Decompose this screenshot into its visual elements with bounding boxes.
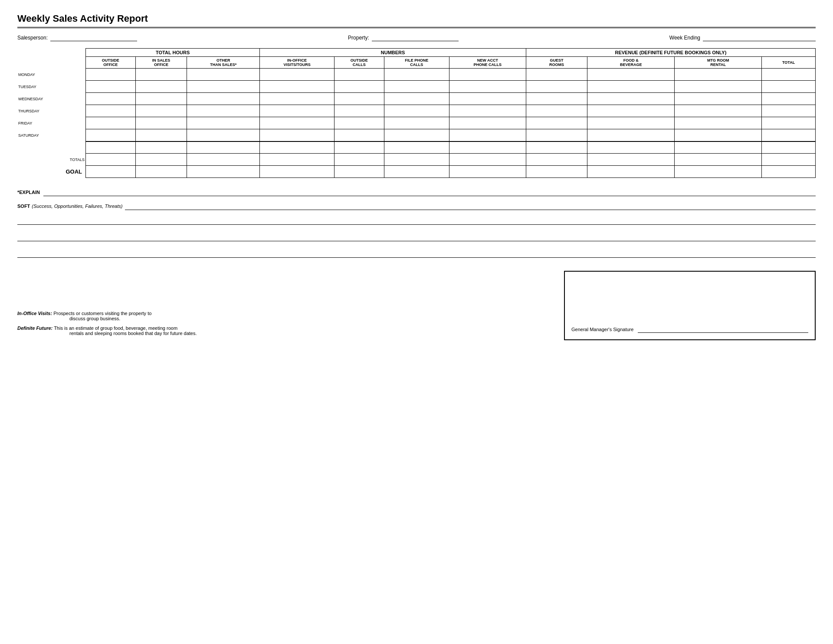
saturday-other-than-sales[interactable] — [187, 129, 260, 141]
thursday-outside-office[interactable] — [86, 105, 136, 117]
goal-in-sales-office[interactable] — [135, 166, 187, 178]
wednesday-guest-rooms[interactable] — [526, 93, 587, 105]
monday-file-phone-calls[interactable] — [384, 69, 449, 81]
friday-in-office-visits[interactable] — [260, 117, 335, 129]
extra-line-3 — [17, 247, 816, 258]
wednesday-outside-calls[interactable] — [334, 93, 384, 105]
thursday-other-than-sales[interactable] — [187, 105, 260, 117]
thursday-total[interactable] — [762, 105, 816, 117]
monday-in-office-visits[interactable] — [260, 69, 335, 81]
tuesday-file-phone-calls[interactable] — [384, 81, 449, 93]
friday-mtg-room-rental[interactable] — [675, 117, 762, 129]
totals-mtg-room-rental[interactable] — [675, 154, 762, 166]
extra-line-2 — [17, 231, 816, 241]
totals-file-phone-calls[interactable] — [384, 154, 449, 166]
monday-food-beverage[interactable] — [587, 69, 675, 81]
goal-in-office-visits[interactable] — [260, 166, 335, 178]
goal-file-phone-calls[interactable] — [384, 166, 449, 178]
friday-food-beverage[interactable] — [587, 117, 675, 129]
goal-total[interactable] — [762, 166, 816, 178]
monday-other-than-sales[interactable] — [187, 69, 260, 81]
tuesday-in-office-visits[interactable] — [260, 81, 335, 93]
tuesday-new-acct-phone-calls[interactable] — [449, 81, 526, 93]
thursday-food-beverage[interactable] — [587, 105, 675, 117]
thursday-in-sales-office[interactable] — [135, 105, 187, 117]
tuesday-other-than-sales[interactable] — [187, 81, 260, 93]
saturday-in-office-visits[interactable] — [260, 129, 335, 141]
totals-guest-rooms[interactable] — [526, 154, 587, 166]
saturday-new-acct-phone-calls[interactable] — [449, 129, 526, 141]
goal-outside-office[interactable] — [86, 166, 136, 178]
saturday-outside-calls[interactable] — [334, 129, 384, 141]
tuesday-outside-office[interactable] — [86, 81, 136, 93]
wednesday-in-office-visits[interactable] — [260, 93, 335, 105]
tuesday-total[interactable] — [762, 81, 816, 93]
totals-new-acct-phone-calls[interactable] — [449, 154, 526, 166]
saturday-guest-rooms[interactable] — [526, 129, 587, 141]
tuesday-food-beverage[interactable] — [587, 81, 675, 93]
wednesday-food-beverage[interactable] — [587, 93, 675, 105]
wednesday-outside-office[interactable] — [86, 93, 136, 105]
in-office-note: In-Office Visits: Prospects or customers… — [17, 311, 197, 321]
monday-guest-rooms[interactable] — [526, 69, 587, 81]
goal-new-acct-phone-calls[interactable] — [449, 166, 526, 178]
wednesday-total[interactable] — [762, 93, 816, 105]
monday-in-sales-office[interactable] — [135, 69, 187, 81]
totals-outside-office[interactable] — [86, 154, 136, 166]
activity-table: TOTAL HOURS NUMBERS REVENUE (DEFINITE FU… — [17, 48, 816, 178]
tuesday-mtg-room-rental[interactable] — [675, 81, 762, 93]
explain-line — [43, 188, 816, 196]
tuesday-guest-rooms[interactable] — [526, 81, 587, 93]
saturday-food-beverage[interactable] — [587, 129, 675, 141]
monday-mtg-room-rental[interactable] — [675, 69, 762, 81]
wednesday-file-phone-calls[interactable] — [384, 93, 449, 105]
monday-total[interactable] — [762, 69, 816, 81]
saturday-in-sales-office[interactable] — [135, 129, 187, 141]
tuesday-in-sales-office[interactable] — [135, 81, 187, 93]
thursday-new-acct-phone-calls[interactable] — [449, 105, 526, 117]
totals-total[interactable] — [762, 154, 816, 166]
goal-mtg-room-rental[interactable] — [675, 166, 762, 178]
thursday-label: THURSDAY — [17, 105, 86, 117]
totals-other-than-sales[interactable] — [187, 154, 260, 166]
totals-outside-calls[interactable] — [334, 154, 384, 166]
thursday-guest-rooms[interactable] — [526, 105, 587, 117]
saturday-total[interactable] — [762, 129, 816, 141]
thursday-in-office-visits[interactable] — [260, 105, 335, 117]
wednesday-new-acct-phone-calls[interactable] — [449, 93, 526, 105]
totals-food-beverage[interactable] — [587, 154, 675, 166]
friday-outside-calls[interactable] — [334, 117, 384, 129]
thursday-file-phone-calls[interactable] — [384, 105, 449, 117]
friday-file-phone-calls[interactable] — [384, 117, 449, 129]
thursday-outside-calls[interactable] — [334, 105, 384, 117]
monday-outside-office[interactable] — [86, 69, 136, 81]
goal-other-than-sales[interactable] — [187, 166, 260, 178]
saturday-mtg-room-rental[interactable] — [675, 129, 762, 141]
definite-future-sub: rentals and sleeping rooms booked that d… — [69, 331, 197, 336]
saturday-file-phone-calls[interactable] — [384, 129, 449, 141]
goal-row: GOAL — [17, 166, 816, 178]
friday-new-acct-phone-calls[interactable] — [449, 117, 526, 129]
tuesday-outside-calls[interactable] — [334, 81, 384, 93]
salesperson-underline — [50, 34, 137, 41]
goal-guest-rooms[interactable] — [526, 166, 587, 178]
monday-new-acct-phone-calls[interactable] — [449, 69, 526, 81]
friday-in-sales-office[interactable] — [135, 117, 187, 129]
definite-future-note: Definite Future: This is an estimate of … — [17, 325, 197, 336]
wednesday-other-than-sales[interactable] — [187, 93, 260, 105]
friday-total[interactable] — [762, 117, 816, 129]
bottom-section: *EXPLAIN SOFT (Success, Opportunities, F… — [17, 188, 816, 258]
totals-in-office-visits[interactable] — [260, 154, 335, 166]
wednesday-mtg-room-rental[interactable] — [675, 93, 762, 105]
goal-outside-calls[interactable] — [334, 166, 384, 178]
totals-in-sales-office[interactable] — [135, 154, 187, 166]
wednesday-in-sales-office[interactable] — [135, 93, 187, 105]
friday-guest-rooms[interactable] — [526, 117, 587, 129]
monday-outside-calls[interactable] — [334, 69, 384, 81]
friday-other-than-sales[interactable] — [187, 117, 260, 129]
goal-food-beverage[interactable] — [587, 166, 675, 178]
saturday-outside-office[interactable] — [86, 129, 136, 141]
section-numbers: NUMBERS — [260, 49, 526, 57]
thursday-mtg-room-rental[interactable] — [675, 105, 762, 117]
friday-outside-office[interactable] — [86, 117, 136, 129]
